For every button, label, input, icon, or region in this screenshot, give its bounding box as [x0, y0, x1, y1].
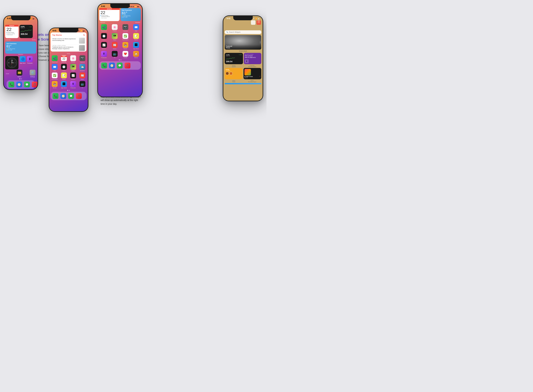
smart-stack-label: Smart Stack: [225, 50, 261, 52]
p3-mail[interactable]: ✉️ Mail: [131, 24, 141, 32]
p3-tv[interactable]: 📺 TV: [110, 51, 119, 59]
p2-dock-phone-img: 📞: [52, 93, 58, 99]
svg-text:9: 9: [9, 62, 9, 64]
phone-3-status-icons: ▲▲▲ 📶 ▬: [129, 5, 139, 7]
p4-stocks-price: 309.54: [226, 60, 242, 63]
p2-notes[interactable]: 📝 Notes: [60, 72, 68, 80]
featured-photo-label-container: FeaturedPhoto: [225, 44, 261, 50]
phone-1-notch: [11, 16, 30, 20]
p3-cal-time: 10:30 AM–1:00 PM: [101, 16, 118, 17]
p3-dock-phone[interactable]: 📞: [101, 63, 107, 68]
p3-tv-img: 📺: [112, 51, 118, 57]
appstore-img: 🔵: [20, 56, 26, 62]
p3-health[interactable]: ❤️ Health: [121, 51, 130, 59]
appstore-icon[interactable]: 🔵 App Store: [20, 56, 26, 64]
dock-phone[interactable]: 📞: [9, 82, 14, 87]
p2-wifi: 📶: [80, 30, 82, 32]
news-thumb-1: [79, 38, 85, 44]
p2-news[interactable]: 📰 News: [78, 72, 86, 80]
p3-facetime-label: FaceTime: [101, 30, 107, 32]
dock-music[interactable]: 🎵: [32, 82, 38, 87]
wallet-icon[interactable]: 💳 Wallet: [17, 70, 22, 78]
p2-weather[interactable]: ⛅ Weather: [78, 64, 86, 71]
p4-row1-labels: StocksSymbol PodcastsRecently Added: [225, 65, 261, 67]
phone-3-dots: [98, 60, 142, 60]
phone-3-time: 9:41: [101, 5, 105, 7]
p3-notes[interactable]: 📝 Notes: [131, 33, 141, 41]
p4-sparkline: [226, 57, 235, 60]
podcasts-label: Podcasts: [27, 62, 33, 64]
p2-photos[interactable]: 🌸 Photos: [69, 55, 77, 63]
stocks-label: Stocks: [32, 39, 36, 41]
phone-1-podcasts: 🎙 Podcasts: [27, 56, 33, 64]
scroll-dot-1: [260, 41, 260, 42]
phone-4-top-apps: MON 22: [223, 20, 263, 25]
p3-books[interactable]: 📚 Books: [121, 42, 130, 50]
p3-reminders[interactable]: ✅ Reminders: [121, 33, 130, 41]
p2-clock[interactable]: 🕐 Clock: [60, 64, 68, 71]
p4-battery: ▬: [258, 18, 259, 19]
phone-1-inner: 9:41 ▲▲▲ 🔶 ▬ MONDAY 22 Kickoff m: [4, 16, 38, 89]
p2-camera[interactable]: 📷 Camera: [78, 55, 86, 63]
p3-appstore[interactable]: 🅰 App Store: [131, 42, 141, 50]
p3-dock-messages[interactable]: 💬: [117, 63, 123, 68]
p2-facetime[interactable]: 📹 FaceTime: [51, 55, 59, 63]
p2-battery: ▬: [83, 30, 85, 32]
p3-podcasts[interactable]: 🎙 Podcasts: [99, 51, 109, 59]
p2-dock-safari[interactable]: 🧭: [60, 93, 66, 99]
p3-photos[interactable]: 🌸 Photos: [110, 24, 119, 32]
phone-3-top-widget-labels: Calendar Weather: [98, 22, 142, 23]
p2-dock-music[interactable]: 🎵: [76, 93, 82, 99]
p2-reminders[interactable]: ✅ Reminders: [51, 72, 59, 80]
p2-tv[interactable]: 📺 TV: [78, 81, 86, 89]
p2-calendar[interactable]: MON 22 Calendar: [60, 55, 68, 63]
p3-dock-messages-img: 💬: [117, 63, 123, 68]
p2-mail[interactable]: ✉️ Mail: [51, 64, 59, 71]
p4-stocks-podcasts-row: AAPL +1.89 Apple Inc. 309.54 RECENTLY AD…: [225, 53, 261, 64]
phone-1-dock: 📞 🧭 💬 🎵: [6, 80, 35, 89]
dock-messages-img: 💬: [24, 82, 30, 87]
p3-notes-img: 📝: [133, 33, 139, 39]
p3-maps[interactable]: 🗺 Maps: [110, 33, 119, 41]
p2-dock-messages[interactable]: 💬: [68, 93, 74, 99]
p2-podcasts[interactable]: 🎙 Podcasts: [69, 81, 77, 89]
p3-facetime[interactable]: 📹 FaceTime: [99, 24, 109, 32]
p3-dot-2: [121, 60, 121, 60]
p3-camera[interactable]: 📷 Camera: [121, 24, 130, 32]
podcasts-icon[interactable]: 🎙 Podcasts: [27, 56, 33, 64]
phone-1-bottom-row: Clock 💳 Wallet ⚙️ Settings: [5, 70, 36, 78]
news-thumb-2: [79, 45, 85, 51]
p3-news[interactable]: 📰 News: [110, 42, 119, 50]
dock-messages[interactable]: 💬: [24, 82, 30, 87]
p2-stocks[interactable]: 📈 Stocks: [69, 72, 77, 80]
p3-stocks[interactable]: 📈 Stocks: [99, 42, 109, 50]
search-bar[interactable]: 🔍 Search Widgets: [225, 30, 261, 34]
p4-music-title: PLANET'S MAD: [245, 76, 260, 77]
stocks-change: +1.89: [29, 26, 32, 27]
phone-2-dots: [49, 90, 88, 91]
p3-home[interactable]: 🏠 Home: [131, 51, 141, 59]
p2-podcasts-label: Podcasts: [71, 87, 76, 89]
p2-dock-music-img: 🎵: [76, 93, 82, 99]
p2-books[interactable]: 📚 Books: [51, 81, 59, 89]
clock-label: Clock: [6, 73, 9, 75]
dock-safari[interactable]: 🧭: [16, 82, 22, 87]
p3-dock-music[interactable]: 🎵: [125, 63, 130, 68]
p3-notes-label: Notes: [134, 39, 138, 41]
calendar-label: Calendar: [5, 39, 11, 41]
p3-clock[interactable]: 🕐 Clock: [99, 33, 109, 41]
p2-dock-phone[interactable]: 📞: [52, 93, 58, 99]
settings-icon[interactable]: ⚙️ Settings: [30, 70, 36, 78]
p3-news-img: 📰: [112, 42, 118, 48]
p2-appstore[interactable]: 🅰 App Store: [60, 81, 68, 89]
page: Widgets on theHome Screen Widgets have b…: [0, 0, 266, 196]
weather-city: San Francisco: [6, 43, 35, 44]
p3-dock-safari[interactable]: 🧭: [109, 63, 115, 68]
top-stories-label: Top Stories: [52, 34, 62, 36]
p4-podcasts-widget: RECENTLY ADDED This Is GoodTime To Start…: [244, 53, 261, 64]
p2-maps-img: 🗺: [70, 64, 76, 70]
phone-1: 9:41 ▲▲▲ 🔶 ▬ MONDAY 22 Kickoff m: [3, 15, 38, 90]
weather-range: H:70° L:53°: [6, 49, 35, 51]
p4-stocks-sublabel: StocksSymbol: [225, 65, 243, 67]
p2-maps[interactable]: 🗺 Maps: [69, 64, 77, 71]
